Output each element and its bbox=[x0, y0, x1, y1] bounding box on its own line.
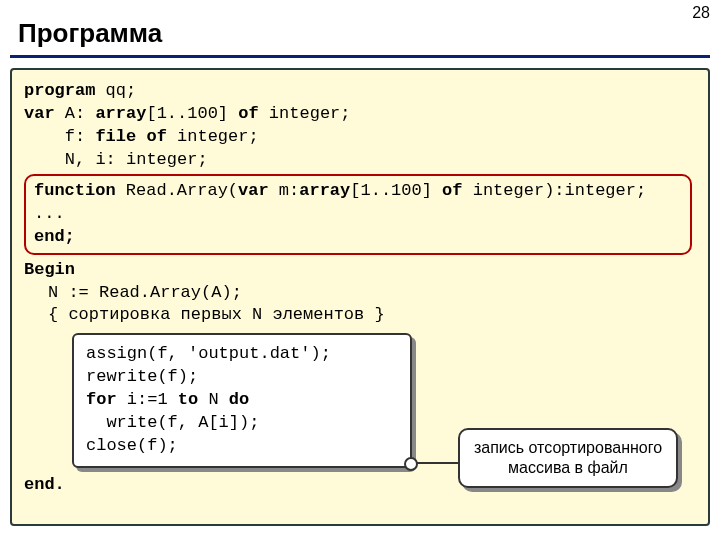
keyword: to bbox=[178, 390, 198, 409]
code-line: ... bbox=[34, 203, 682, 226]
code-line: rewrite(f); bbox=[86, 366, 398, 389]
keyword: array bbox=[95, 104, 146, 123]
keyword: function bbox=[34, 181, 116, 200]
code-line: N := Read.Array(A); bbox=[48, 282, 696, 305]
code-text: integer):integer; bbox=[463, 181, 647, 200]
title-underline bbox=[10, 55, 710, 58]
keyword: do bbox=[229, 390, 249, 409]
keyword: var bbox=[24, 104, 55, 123]
code-text: f: bbox=[24, 127, 95, 146]
code-text: [1..100] bbox=[146, 104, 238, 123]
keyword: file of bbox=[95, 127, 166, 146]
code-line: var A: array[1..100] of integer; bbox=[24, 103, 696, 126]
function-definition-box: function Read.Array(var m:array[1..100] … bbox=[24, 174, 692, 255]
code-text: integer; bbox=[259, 104, 351, 123]
page-number: 28 bbox=[692, 4, 710, 22]
keyword: Begin bbox=[24, 260, 75, 279]
keyword: end. bbox=[24, 475, 65, 494]
code-line: program qq; bbox=[24, 80, 696, 103]
code-text: Read.Array( bbox=[116, 181, 238, 200]
keyword: end; bbox=[34, 227, 75, 246]
code-text: N, i: integer; bbox=[24, 150, 208, 169]
code-text: integer; bbox=[167, 127, 259, 146]
code-text: m: bbox=[269, 181, 300, 200]
callout-text: запись отсортированного bbox=[470, 438, 666, 458]
code-line: assign(f, 'output.dat'); bbox=[86, 343, 398, 366]
code-line: function Read.Array(var m:array[1..100] … bbox=[34, 180, 682, 203]
code-text: rewrite(f); bbox=[86, 367, 198, 386]
keyword: of bbox=[442, 181, 462, 200]
callout-text: массива в файл bbox=[470, 458, 666, 478]
code-line: close(f); bbox=[86, 435, 398, 458]
code-line: Begin bbox=[24, 259, 696, 282]
code-text: close(f); bbox=[86, 436, 178, 455]
keyword: var bbox=[238, 181, 269, 200]
code-text: assign(f, 'output.dat'); bbox=[86, 344, 331, 363]
code-text: N bbox=[198, 390, 229, 409]
code-text: i:=1 bbox=[117, 390, 178, 409]
code-line: for i:=1 to N do bbox=[86, 389, 398, 412]
code-text: ... bbox=[34, 204, 65, 223]
code-text: A: bbox=[55, 104, 96, 123]
keyword: array bbox=[299, 181, 350, 200]
code-text: qq; bbox=[95, 81, 136, 100]
code-line: end; bbox=[34, 226, 682, 249]
code-line: write(f, A[i]); bbox=[86, 412, 398, 435]
code-inset-box: assign(f, 'output.dat'); rewrite(f); for… bbox=[72, 333, 412, 468]
code-block: program qq; var A: array[1..100] of inte… bbox=[10, 68, 710, 526]
code-text: [1..100] bbox=[350, 181, 442, 200]
code-line: { сортировка первых N элементов } bbox=[48, 304, 696, 327]
page-title: Программа bbox=[0, 0, 720, 55]
keyword: of bbox=[238, 104, 258, 123]
keyword: program bbox=[24, 81, 95, 100]
callout-box: запись отсортированного массива в файл bbox=[458, 428, 678, 488]
keyword: for bbox=[86, 390, 117, 409]
code-line: N, i: integer; bbox=[24, 149, 696, 172]
code-text: N := Read.Array(A); bbox=[48, 283, 242, 302]
code-text: write(f, A[i]); bbox=[86, 413, 259, 432]
code-line: f: file of integer; bbox=[24, 126, 696, 149]
code-comment: { сортировка первых N элементов } bbox=[48, 305, 385, 324]
